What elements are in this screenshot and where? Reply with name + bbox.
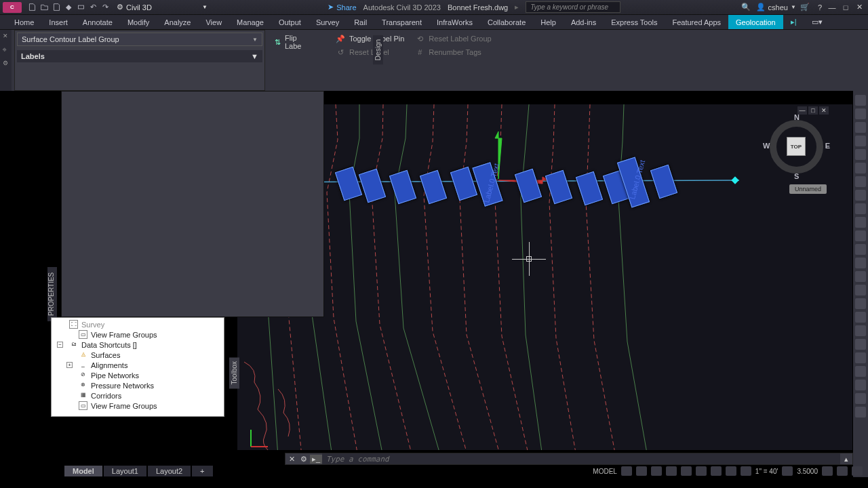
tab-survey[interactable]: Survey (309, 15, 347, 29)
viewcube-label[interactable]: Unnamed (789, 184, 827, 194)
status-dyn-icon[interactable] (711, 466, 722, 476)
tab-collaborate[interactable]: Collaborate (480, 15, 533, 29)
add-layout-button[interactable]: + (192, 466, 212, 476)
tool-icon[interactable] (855, 122, 866, 133)
renumber-tags[interactable]: #Renumber Tags (410, 45, 496, 59)
cmd-close-icon[interactable]: ✕ (285, 455, 298, 464)
drawing-canvas[interactable]: — □ ✕ (237, 104, 852, 450)
tool-icon[interactable] (855, 95, 866, 106)
tool-icon[interactable] (855, 352, 866, 363)
share-button[interactable]: ➤Share (328, 3, 356, 12)
tool-icon[interactable] (855, 217, 866, 228)
layout-tab-2[interactable]: Layout2 (148, 466, 191, 476)
search-input[interactable]: Type a keyword or phrase (526, 1, 620, 13)
expand-icon[interactable]: + (66, 362, 73, 368)
saveas-icon[interactable]: ◆ (64, 3, 73, 12)
tab-view[interactable]: View (198, 15, 229, 29)
viewcube-w[interactable]: W (763, 142, 770, 150)
tab-geolocation[interactable]: Geolocation (728, 15, 783, 29)
help-icon[interactable]: ? (818, 3, 822, 12)
maximize-button[interactable]: □ (840, 2, 852, 13)
status-gear-icon[interactable] (782, 466, 793, 476)
tab-panel-toggle[interactable]: ▭▾ (804, 15, 830, 29)
tree-item-vfg[interactable]: ▭View Frame Groups (52, 329, 224, 340)
tree-item-pressure[interactable]: ⊗Pressure Networks (52, 380, 224, 390)
workspace-dropdown[interactable]: ⚙ Civil 3D ▼ (117, 3, 208, 12)
tab-express[interactable]: Express Tools (604, 15, 665, 29)
tab-manage[interactable]: Manage (229, 15, 271, 29)
status-osnap-icon[interactable] (681, 466, 692, 476)
close-button[interactable]: ✕ (853, 2, 865, 13)
status-snap-icon[interactable] (636, 466, 647, 476)
plot-icon[interactable] (76, 3, 85, 12)
viewcube-s[interactable]: S (794, 172, 799, 180)
vp-close[interactable]: ✕ (819, 106, 829, 115)
status-units-icon[interactable] (822, 466, 833, 476)
toolbox-tab[interactable]: Toolbox (229, 357, 239, 388)
status-ortho-icon[interactable] (651, 466, 662, 476)
design-tab[interactable]: Design (373, 35, 383, 64)
tree-item-corridors[interactable]: ▦Corridors (52, 390, 224, 401)
tab-insert[interactable]: Insert (41, 15, 75, 29)
object-type-dropdown[interactable]: Surface Contour Label Group▼ (17, 33, 262, 46)
close-icon[interactable]: ✕ (3, 33, 9, 39)
tool-icon[interactable] (855, 149, 866, 160)
tool-icon[interactable] (855, 339, 866, 350)
cmd-customize-icon[interactable]: ⚙ (298, 455, 310, 464)
labels-section-header[interactable]: Labels▼ (17, 50, 262, 62)
tool-icon[interactable] (855, 203, 866, 214)
status-trans-icon[interactable] (741, 466, 751, 476)
status-decimal[interactable]: 3.5000 (797, 468, 818, 475)
tree-item-survey[interactable]: ⛶Survey (52, 319, 224, 329)
tool-icon[interactable] (855, 271, 866, 282)
tab-home[interactable]: Home (7, 15, 41, 29)
tree-item-surfaces[interactable]: ◬Surfaces (52, 350, 224, 360)
status-model[interactable]: MODEL (593, 468, 617, 475)
pin-icon[interactable]: ⎆ (3, 46, 9, 53)
tool-icon[interactable] (855, 136, 866, 146)
status-iso-icon[interactable] (837, 466, 848, 476)
tool-icon[interactable] (855, 176, 866, 187)
status-grid-icon[interactable] (621, 466, 632, 476)
tool-icon[interactable] (855, 407, 866, 418)
tab-analyze[interactable]: Analyze (157, 15, 198, 29)
layout-tab-model[interactable]: Model (64, 466, 102, 476)
tool-icon[interactable] (855, 258, 866, 268)
reset-label-group[interactable]: ⟲Reset Label Group (410, 32, 496, 45)
tool-icon[interactable] (855, 285, 866, 296)
tree-item-alignments[interactable]: +⎯Alignments (52, 360, 224, 370)
tool-icon[interactable] (855, 325, 866, 336)
tool-icon[interactable] (855, 298, 866, 309)
cmd-history-icon[interactable]: ▴ (840, 455, 852, 464)
save-icon[interactable] (52, 3, 61, 12)
tree-item-vfg2[interactable]: ▭View Frame Groups (52, 401, 224, 411)
new-icon[interactable] (27, 3, 37, 12)
tab-output[interactable]: Output (271, 15, 309, 29)
status-scale[interactable]: 1" = 40' (755, 468, 778, 475)
status-clean-icon[interactable] (852, 466, 863, 476)
toggle-label-pin[interactable]: 📌Toggle Label Pin (330, 32, 410, 45)
tab-annotate[interactable]: Annotate (75, 15, 120, 29)
flip-label-button[interactable]: ⇅Flip Labe (269, 32, 310, 52)
viewcube[interactable]: TOP N S E W (764, 115, 829, 179)
vp-maximize[interactable]: □ (808, 106, 818, 115)
viewcube-face[interactable]: TOP (787, 137, 806, 156)
tool-icon[interactable] (855, 108, 866, 119)
tab-rail[interactable]: Rail (347, 15, 374, 29)
layout-tab-1[interactable]: Layout1 (104, 466, 146, 476)
tool-icon[interactable] (855, 190, 866, 201)
tool-icon[interactable] (855, 230, 866, 241)
minimize-button[interactable]: — (826, 2, 838, 13)
status-track-icon[interactable] (696, 466, 707, 476)
tool-icon[interactable] (855, 312, 866, 323)
tool-icon[interactable] (855, 380, 866, 390)
tool-icon[interactable] (855, 244, 866, 255)
app-icon[interactable]: C (3, 2, 22, 13)
gear-icon[interactable]: ⚙ (3, 60, 9, 66)
undo-icon[interactable]: ↶ (88, 3, 98, 12)
tab-help[interactable]: Help (533, 15, 564, 29)
user-menu[interactable]: 👤csheu▼ (756, 3, 796, 12)
status-polar-icon[interactable] (666, 466, 677, 476)
tab-infraworks[interactable]: InfraWorks (429, 15, 480, 29)
tab-transparent[interactable]: Transparent (374, 15, 429, 29)
